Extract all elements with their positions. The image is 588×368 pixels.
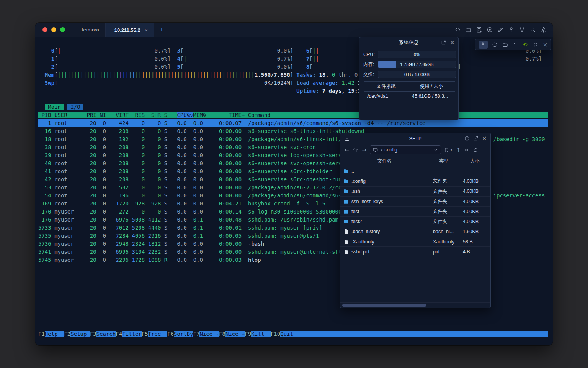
process-row[interactable]: 40 root 20 0 208 0 0 S 0.0 0.0 0:00.00 s…	[38, 159, 348, 168]
process-row[interactable]: 5733 myuser 20 0 7012 5208 4440 S 0.0 0.…	[38, 224, 322, 232]
column-filename[interactable]: 文件名	[340, 156, 429, 166]
settings-gear-icon[interactable]	[540, 26, 547, 33]
notes-icon[interactable]	[476, 26, 482, 33]
file-row[interactable]: test文件夹4.00KB	[340, 207, 490, 217]
file-size: 4.00KB	[459, 219, 490, 224]
tab-bar: Termora 10.211.55.2 × +	[35, 23, 553, 37]
code-icon[interactable]	[512, 42, 518, 48]
htop-tab-main[interactable]: Main	[45, 104, 64, 110]
path-breadcrumb[interactable]: > config	[370, 145, 441, 154]
memory-label: 内存:	[363, 61, 378, 68]
scrollbar-thumb[interactable]	[342, 304, 426, 307]
file-size: 4.00KB	[459, 189, 490, 194]
file-row[interactable]: sshd.pidpid4 B	[340, 247, 490, 257]
cpu-meter-row: 1[ 0.0%] 4[| 0.7%] 7[|| 0.7%]	[38, 55, 542, 63]
close-icon[interactable]: ×	[482, 136, 487, 141]
process-row[interactable]: 5736 myuser 20 0 2948 2324 1812 S 0.0 0.…	[38, 240, 264, 248]
upload-icon[interactable]: ↑	[456, 147, 462, 153]
process-row[interactable]: 5745 myuser 20 0 2296 1728 1088 R 0.0 0.…	[38, 256, 261, 264]
forward-arrow-icon[interactable]: →	[361, 147, 367, 153]
help-icon[interactable]	[464, 136, 470, 141]
folder-icon[interactable]	[465, 26, 472, 33]
pin-button[interactable]	[479, 41, 488, 49]
tab-termora[interactable]: Termora	[72, 23, 105, 37]
info-icon[interactable]	[492, 42, 498, 48]
edit-icon[interactable]	[497, 26, 504, 33]
search-icon[interactable]	[529, 26, 536, 33]
horizontal-scrollbar[interactable]	[340, 302, 490, 308]
tab-ssh-label: 10.211.55.2	[114, 27, 140, 33]
process-row[interactable]: 16 root 20 0 208 0 0 S 0.0 0.0 0:00.00 s…	[38, 127, 364, 135]
download-icon	[344, 136, 350, 141]
file-row[interactable]: .XauthorityXauthority58 B	[340, 237, 490, 247]
folder-icon[interactable]	[502, 42, 508, 48]
file-type: 文件夹	[429, 188, 459, 195]
file-row[interactable]: .ssh文件夹4.00KB	[340, 187, 490, 197]
close-icon[interactable]: ×	[450, 40, 455, 45]
chevron-down-icon[interactable]	[433, 147, 438, 153]
file-row[interactable]: ..	[340, 166, 490, 176]
process-row[interactable]: 5735 myuser 20 0 7284 4056 2916 S 0.0 0.…	[38, 232, 319, 240]
minimize-window-button[interactable]	[51, 27, 56, 32]
record-icon[interactable]	[487, 26, 493, 33]
fkey-search[interactable]: Search	[96, 331, 116, 337]
bookmark-dropdown-icon[interactable]: ▼	[450, 148, 453, 152]
branch-icon[interactable]	[519, 26, 525, 33]
bookmark-icon[interactable]	[444, 147, 449, 153]
file-type: Xauthority	[429, 239, 459, 245]
show-hidden-eye-icon[interactable]	[464, 147, 470, 153]
filesystem-row[interactable]: /dev/vda145.61GB / 58.3...	[364, 92, 455, 101]
file-size: 4 B	[459, 249, 490, 255]
process-row-selected[interactable]: 1 root 20 0 424 0 0 S 0.0 0.0 0:00.07 /p…	[38, 119, 548, 127]
close-icon[interactable]: ×	[543, 41, 548, 48]
fkey-setup[interactable]: Setup	[70, 331, 90, 337]
tab-ssh-session[interactable]: 10.211.55.2 ×	[105, 23, 154, 37]
swap-usage-row: 交换: 0 B / 1.00GB	[363, 71, 456, 78]
file-name: test2	[351, 219, 429, 224]
system-info-panel: 系统信息 × CPU: 0% 内存: 1.75GB / 7.65GB 交换: 0…	[359, 37, 459, 120]
fkey-help[interactable]: Help	[45, 331, 64, 337]
home-icon[interactable]	[353, 147, 358, 153]
column-size[interactable]: 大小	[459, 156, 490, 166]
htop-tab-io[interactable]: I/O	[67, 104, 83, 110]
sort-column-cpu[interactable]: CPU%▽	[177, 112, 193, 118]
fkey-nice-+[interactable]: Nice +	[225, 331, 245, 337]
tab-close-icon[interactable]: ×	[145, 27, 148, 33]
process-row[interactable]: 170 myuser 20 0 272 0 0 S 0.0 0.0 0:00.1…	[38, 208, 390, 216]
process-row[interactable]: 38 root 20 0 208 0 0 S 0.0 0.0 0:00.00 s…	[38, 143, 316, 151]
sync-icon[interactable]	[532, 42, 538, 48]
swap-label: 交换:	[363, 71, 378, 78]
column-type[interactable]: 类型	[429, 156, 459, 166]
fkey-nice--[interactable]: Nice -	[199, 331, 219, 337]
fkey-tree[interactable]: Tree	[148, 331, 168, 337]
fkey-filter[interactable]: Filter	[122, 331, 142, 337]
file-row[interactable]: test2文件夹4.00KB	[340, 217, 490, 227]
fkey-kill[interactable]: Kill	[251, 331, 271, 337]
refresh-icon[interactable]	[473, 147, 479, 153]
fkey-sortby[interactable]: SortBy	[174, 331, 193, 337]
file-type: 文件夹	[429, 198, 459, 205]
pin-icon	[480, 42, 486, 48]
breadcrumb-separator: >	[380, 148, 382, 152]
file-row[interactable]: .config文件夹4.00KB	[340, 176, 490, 186]
code-icon[interactable]	[454, 26, 461, 33]
new-tab-button[interactable]: +	[154, 23, 169, 37]
key-icon[interactable]	[508, 26, 514, 33]
current-directory: config	[384, 147, 397, 153]
open-external-icon[interactable]	[473, 136, 479, 141]
back-arrow-icon[interactable]: ←	[344, 147, 350, 153]
cpu-label: CPU:	[363, 52, 378, 57]
open-external-icon[interactable]	[441, 40, 446, 45]
fkey-quit[interactable]: Quit	[280, 331, 548, 337]
process-row[interactable]: 5741 myuser 20 0 6996 3104 2232 S 0.0 0.…	[38, 248, 345, 256]
file-row[interactable]: ssh_host_keys文件夹4.00KB	[340, 197, 490, 207]
file-row[interactable]: .bash_historybash_hi...1.60KB	[340, 227, 490, 237]
process-row[interactable]: 42 root 20 0 208 0 0 S 0.0 0.0 0:00.00 s…	[38, 176, 351, 184]
file-type: 文件夹	[429, 219, 459, 225]
process-row[interactable]: 41 root 20 0 208 0 0 S 0.0 0.0 0:00.00 s…	[38, 168, 332, 176]
maximize-window-button[interactable]	[60, 27, 65, 32]
process-row[interactable]: 169 root 20 0 1720 928 928 S 0.0 0.0 0:0…	[38, 200, 325, 208]
nvidia-icon[interactable]	[523, 42, 528, 48]
process-row[interactable]: 39 root 20 0 208 0 0 S 0.0 0.0 0:00.00 s…	[38, 151, 348, 159]
close-window-button[interactable]	[42, 27, 47, 32]
